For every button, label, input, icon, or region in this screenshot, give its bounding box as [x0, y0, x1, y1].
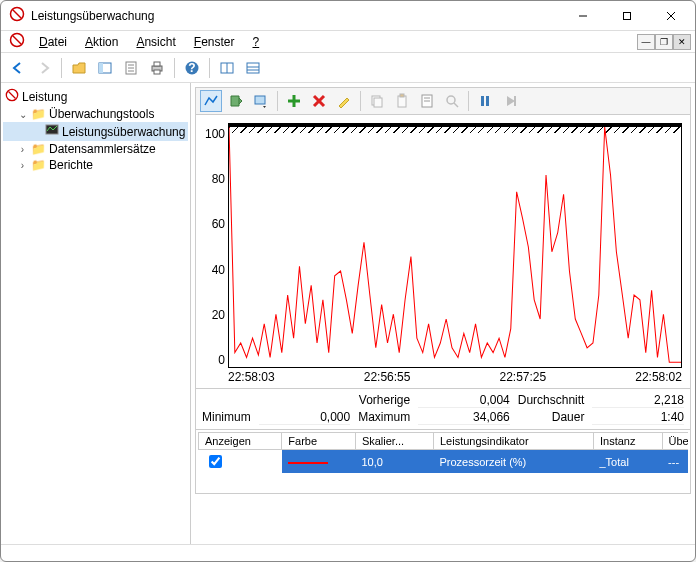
expand-icon[interactable]: ›	[17, 144, 28, 155]
tree-reports[interactable]: › 📁 Berichte	[3, 157, 188, 173]
open-icon[interactable]	[68, 57, 90, 79]
dauer-value: 1:40	[592, 410, 684, 425]
svg-rect-21	[247, 63, 259, 73]
monitor-icon	[45, 123, 59, 140]
view-graph-button[interactable]	[200, 90, 222, 112]
properties-button[interactable]	[120, 57, 142, 79]
durchschnitt-value: 2,218	[592, 393, 684, 408]
col-indikator[interactable]: Leistungsindikator	[433, 433, 593, 450]
view-type-dropdown[interactable]	[250, 90, 272, 112]
minimize-button[interactable]	[561, 2, 605, 30]
maximum-label: Maximum	[358, 410, 410, 425]
highlight-button[interactable]	[333, 90, 355, 112]
body: Leistung ⌄ 📁 Überwachungstools Leistungs…	[1, 83, 695, 545]
tree-root-label: Leistung	[22, 90, 67, 104]
collapse-icon[interactable]: ⌄	[17, 109, 28, 120]
y-axis-ticks: 100806040200	[205, 127, 229, 367]
counter-scale: 10,0	[355, 450, 433, 474]
close-button[interactable]	[649, 2, 693, 30]
svg-rect-33	[374, 98, 382, 107]
folder-icon: 📁	[31, 107, 46, 121]
paste-button[interactable]	[391, 90, 413, 112]
view-split-button[interactable]	[216, 57, 238, 79]
menu-fenster[interactable]: Fenster	[186, 33, 243, 51]
counter-show-checkbox[interactable]	[209, 455, 222, 468]
svg-line-7	[13, 36, 21, 44]
maximize-button[interactable]	[605, 2, 649, 30]
back-button[interactable]	[7, 57, 29, 79]
navigation-tree[interactable]: Leistung ⌄ 📁 Überwachungstools Leistungs…	[1, 83, 191, 544]
view-log-button[interactable]	[225, 90, 247, 112]
minimum-value: 0,000	[259, 410, 351, 425]
expand-icon[interactable]: ›	[17, 160, 28, 171]
titlebar: Leistungsüberwachung	[1, 1, 695, 31]
durchschnitt-label: Durchschnitt	[518, 393, 585, 408]
menu-help[interactable]: ?	[244, 33, 267, 51]
svg-text:?: ?	[188, 61, 195, 75]
counter-indicator: Prozessorzeit (%)	[433, 450, 593, 474]
counter-list[interactable]: Anzeigen Farbe Skalier... Leistungsindik…	[198, 432, 688, 473]
menu-aktion[interactable]: Aktion	[77, 33, 126, 51]
window-title: Leistungsüberwachung	[31, 9, 561, 23]
mdi-minimize-button[interactable]: —	[637, 34, 655, 50]
zoom-button[interactable]	[441, 90, 463, 112]
show-hide-tree-button[interactable]	[94, 57, 116, 79]
delete-counter-button[interactable]	[308, 90, 330, 112]
minimum-label: Minimum	[202, 410, 251, 425]
x-axis-ticks: 22:58:0322:56:5522:57:2522:58:02	[228, 370, 682, 384]
svg-rect-42	[486, 96, 489, 106]
folder-icon: 📁	[31, 142, 46, 156]
chart-toolbar	[195, 87, 691, 115]
maximum-value: 34,066	[418, 410, 510, 425]
tree-root[interactable]: Leistung	[3, 87, 188, 106]
counter-instance: _Total	[593, 450, 662, 474]
menu-ansicht[interactable]: Ansicht	[128, 33, 183, 51]
mmc-toolbar: ?	[1, 53, 695, 83]
vorherige-label: Vorherige	[358, 393, 410, 408]
svg-rect-34	[398, 96, 406, 107]
app-icon-small	[7, 30, 29, 53]
col-ueber[interactable]: Übergeor...	[662, 433, 688, 450]
copy-button[interactable]	[366, 90, 388, 112]
chart-area: 100806040200 22:58:0322:56:5522:57:2522:…	[195, 115, 691, 389]
tree-tools[interactable]: ⌄ 📁 Überwachungstools	[3, 106, 188, 122]
tree-perfmon[interactable]: Leistungsüberwachung	[3, 122, 188, 141]
counter-hscroll[interactable]	[198, 475, 688, 491]
content-pane: 100806040200 22:58:0322:56:5522:57:2522:…	[191, 83, 695, 544]
svg-rect-9	[99, 63, 103, 73]
menu-datei[interactable]: Datei	[31, 33, 75, 51]
forward-button[interactable]	[33, 57, 55, 79]
perf-icon	[5, 88, 19, 105]
freeze-button[interactable]	[474, 90, 496, 112]
col-anzeigen[interactable]: Anzeigen	[199, 433, 282, 450]
counter-parent: ---	[662, 450, 688, 474]
tree-perfmon-label: Leistungsüberwachung	[62, 125, 185, 139]
color-swatch	[288, 462, 328, 464]
print-icon[interactable]	[146, 57, 168, 79]
svg-point-39	[447, 96, 455, 104]
chart-svg	[229, 127, 681, 367]
svg-rect-41	[481, 96, 484, 106]
col-instanz[interactable]: Instanz	[593, 433, 662, 450]
statusbar	[1, 545, 695, 561]
mdi-restore-button[interactable]: ❐	[655, 34, 673, 50]
view-list-button[interactable]	[242, 57, 264, 79]
tree-reports-label: Berichte	[49, 158, 93, 172]
chart-plot[interactable]: 100806040200	[228, 123, 682, 368]
svg-line-1	[13, 10, 21, 18]
properties-button[interactable]	[416, 90, 438, 112]
stats-panel: Vorherige 0,004 Durchschnitt 2,218 Minim…	[195, 389, 691, 430]
add-counter-button[interactable]	[283, 90, 305, 112]
svg-rect-3	[624, 12, 631, 19]
col-farbe[interactable]: Farbe	[282, 433, 356, 450]
help-icon[interactable]: ?	[181, 57, 203, 79]
mdi-close-button[interactable]: ✕	[673, 34, 691, 50]
app-icon	[9, 6, 25, 25]
app-window: Leistungsüberwachung DateiAktionAnsichtF…	[0, 0, 696, 562]
update-button[interactable]	[499, 90, 521, 112]
svg-line-40	[454, 103, 458, 107]
menubar: DateiAktionAnsichtFenster?—❐✕	[1, 31, 695, 53]
counter-row[interactable]: 10,0Prozessorzeit (%)_Total---	[199, 450, 689, 474]
tree-datacoll[interactable]: › 📁 Datensammlersätze	[3, 141, 188, 157]
col-skalier[interactable]: Skalier...	[355, 433, 433, 450]
